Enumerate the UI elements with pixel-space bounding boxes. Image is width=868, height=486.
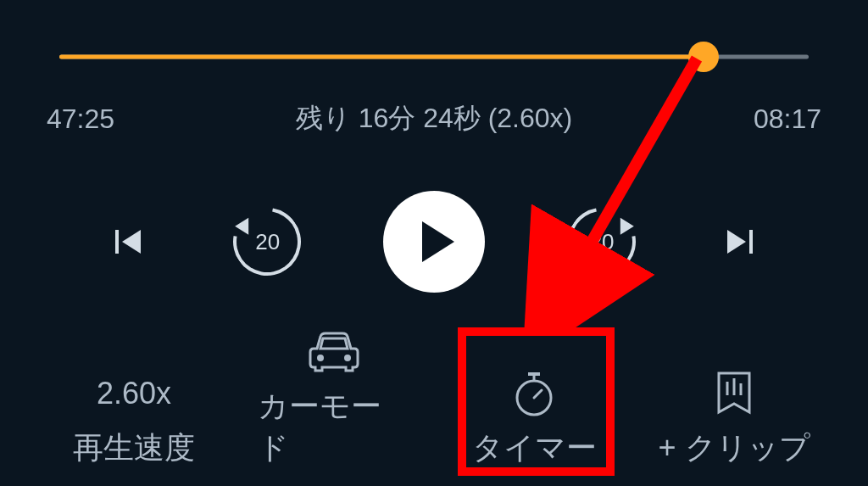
speed-label: 再生速度 [73, 427, 195, 469]
progress-bar[interactable] [59, 44, 809, 70]
svg-rect-0 [115, 230, 119, 254]
skip-previous-icon [112, 225, 146, 259]
skip-back-seconds: 20 [254, 229, 279, 255]
skip-next-icon [722, 225, 756, 259]
bookmark-icon [715, 371, 753, 416]
timer-button[interactable]: タイマー [458, 371, 610, 469]
total-time: 08:17 [754, 103, 821, 135]
svg-rect-4 [528, 372, 540, 376]
timer-icon [513, 371, 555, 416]
clip-button[interactable]: + クリップ [658, 371, 810, 469]
elapsed-time: 47:25 [47, 103, 114, 135]
previous-track-button[interactable] [108, 221, 150, 263]
skip-forward-button[interactable]: 20 [565, 206, 637, 278]
playback-speed-button[interactable]: 2.60x 再生速度 [58, 371, 210, 469]
car-icon [309, 332, 359, 372]
play-icon [422, 221, 454, 262]
svg-rect-1 [749, 230, 753, 254]
svg-point-2 [317, 355, 324, 361]
clip-label: + クリップ [658, 427, 810, 469]
car-mode-label: カーモード [258, 386, 410, 469]
progress-fill [59, 55, 704, 59]
skip-back-button[interactable]: 20 [231, 206, 303, 278]
svg-point-3 [344, 355, 351, 361]
timer-label: タイマー [472, 427, 597, 469]
play-button[interactable] [383, 191, 485, 293]
car-mode-button[interactable]: カーモード [258, 330, 410, 469]
remaining-time: 残り 16分 24秒 (2.60x) [296, 100, 572, 137]
speed-value: 2.60x [97, 376, 171, 411]
svg-line-7 [534, 390, 542, 398]
next-track-button[interactable] [718, 221, 760, 263]
progress-thumb[interactable] [688, 42, 719, 72]
skip-forward-seconds: 20 [589, 228, 614, 254]
